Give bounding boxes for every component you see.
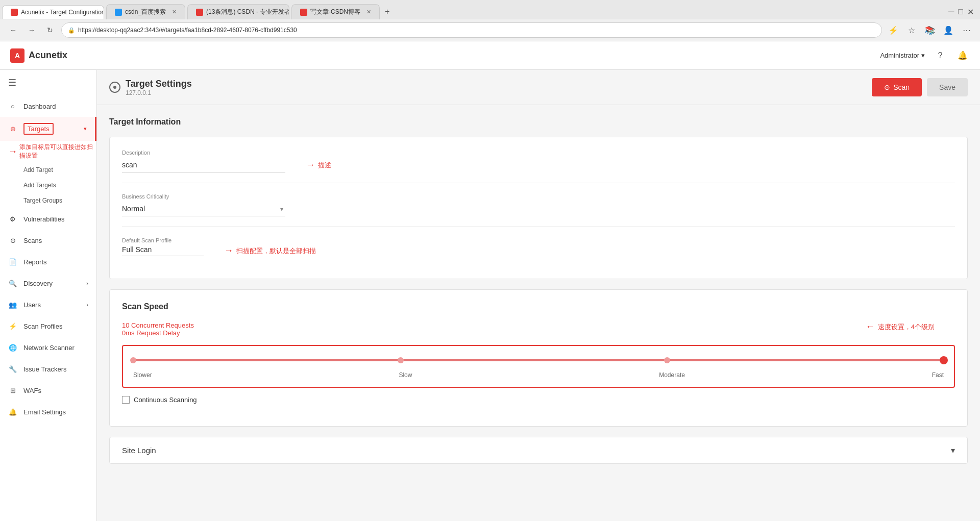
maximize-button[interactable]: □ [958, 7, 963, 16]
speed-annotation-text: 速度设置，4个级别 [878, 322, 935, 332]
scan-speed-card: Scan Speed 10 Concurrent Requests 0ms Re… [109, 289, 968, 427]
sidebar-label-scan-profiles: Scan Profiles [23, 322, 63, 330]
content-area: Target Information Description → 描述 [97, 105, 980, 476]
scan-icon: ⊙ [8, 236, 17, 245]
scan-profile-label: Default Scan Profile [122, 237, 955, 243]
site-login-section[interactable]: Site Login ▾ [109, 437, 968, 464]
label-moderate: Moderate [659, 371, 685, 379]
sidebar-item-issue-trackers[interactable]: 🔧 Issue Trackers [0, 358, 96, 380]
forward-button[interactable]: → [24, 23, 39, 37]
sidebar-item-discovery[interactable]: 🔍 Discovery › [0, 272, 96, 294]
tab-acunetix[interactable]: Acunetix - Target Configuration ✕ [2, 5, 104, 19]
vulnerabilities-icon: ⚙ [8, 214, 17, 224]
tab-close-csdn[interactable]: ✕ [172, 9, 177, 15]
scan-button[interactable]: ⊙ Scan [872, 78, 922, 96]
app-logo: A Acunetix [10, 48, 67, 63]
tab-label-csdn: csdn_百度搜索 [125, 8, 166, 16]
sidebar-label-scans: Scans [23, 237, 42, 244]
slider-dot-2 [664, 357, 670, 363]
sidebar-label-wafs: WAFs [23, 387, 41, 394]
sidebar-item-targets[interactable]: ⊕ Targets ▾ [0, 117, 96, 141]
site-login-toggle-icon[interactable]: ▾ [951, 445, 955, 455]
sidebar-item-users[interactable]: 👥 Users › [0, 294, 96, 315]
tab-close-csdn3[interactable]: ✕ [366, 9, 371, 15]
sidebar-item-vulnerabilities[interactable]: ⚙ Vulnerabilities [0, 208, 96, 230]
address-text: https://desktop-qq2aac2:3443/#/targets/f… [78, 27, 875, 34]
annotation-arrow-right: → [8, 146, 17, 157]
continuous-scanning-label: Continuous Scanning [134, 396, 197, 404]
description-input[interactable] [122, 158, 285, 172]
main-content: Target Settings 127.0.0.1 ⊙ Scan Save Ta… [97, 70, 980, 521]
users-chevron: › [86, 302, 88, 308]
page-title-area: Target Settings 127.0.0.1 [109, 79, 192, 96]
app-topbar: A Acunetix Administrator ▾ ? 🔔 [0, 41, 980, 70]
page-header: Target Settings 127.0.0.1 ⊙ Scan Save [97, 70, 980, 105]
sidebar-item-email-settings[interactable]: 🔔 Email Settings [0, 401, 96, 423]
continuous-scanning-checkbox[interactable] [122, 396, 130, 404]
tab-csdn3[interactable]: 写文章-CSDN博客 ✕ [291, 4, 380, 19]
annotation-text-targets: 添加目标后可以直接进如扫描设置 [19, 143, 96, 160]
browser-controls: ← → ↻ 🔒 https://desktop-qq2aac2:3443/#/t… [0, 19, 980, 41]
scan-profile-annotation: → 扫描配置，默认是全部扫描 [224, 245, 316, 256]
favorites-button[interactable]: ☆ [904, 23, 919, 37]
help-icon[interactable]: ? [933, 48, 947, 63]
description-group: Description → 描述 [122, 150, 955, 172]
sidebar-label-issue-trackers: Issue Trackers [23, 365, 67, 373]
sidebar-label-vulnerabilities: Vulnerabilities [23, 215, 64, 223]
translate-button[interactable]: ⚡ [886, 23, 900, 37]
slider-track [133, 359, 944, 361]
address-bar[interactable]: 🔒 https://desktop-qq2aac2:3443/#/targets… [61, 22, 882, 38]
profile-button[interactable]: 👤 [941, 23, 955, 37]
new-tab-button[interactable]: + [380, 4, 395, 19]
browser-right: ⚡ ☆ 📚 👤 ⋯ [886, 23, 974, 37]
page-subtitle: 127.0.0.1 [126, 89, 192, 96]
sidebar-item-network-scanner[interactable]: 🌐 Network Scanner [0, 337, 96, 358]
business-criticality-wrapper: Low Normal High Critical ▾ [122, 202, 285, 216]
sidebar-toggle[interactable]: ☰ [0, 70, 96, 95]
business-criticality-label: Business Criticality [122, 193, 955, 200]
user-chevron: ▾ [921, 52, 925, 59]
waf-icon: ⊞ [8, 386, 17, 395]
sidebar-sub-add-targets[interactable]: Add Targets [23, 178, 96, 193]
business-criticality-select[interactable]: Low Normal High Critical [122, 202, 285, 216]
sidebar-sub-add-target[interactable]: Add Target [23, 162, 96, 178]
arrow-right-desc: → [306, 160, 315, 170]
page-title: Target Settings [126, 79, 192, 89]
user-menu[interactable]: Administrator ▾ [880, 52, 925, 59]
save-button[interactable]: Save [927, 78, 968, 96]
scan-speed-title: Scan Speed [122, 302, 955, 311]
sidebar-item-scans[interactable]: ⊙ Scans [0, 230, 96, 251]
lock-icon: 🔒 [68, 27, 75, 34]
back-button[interactable]: ← [6, 23, 20, 37]
sidebar-sub-target-groups[interactable]: Target Groups [23, 193, 96, 208]
sidebar: ☰ ○ Dashboard ⊕ Targets ▾ → 添加目标后可以直接进如扫… [0, 70, 97, 521]
tab-label-acunetix: Acunetix - Target Configuration [21, 9, 104, 16]
target-info-card: Description → 描述 Business Criticality [109, 137, 968, 279]
browser-chrome: Acunetix - Target Configuration ✕ csdn_百… [0, 0, 980, 41]
collections-button[interactable]: 📚 [923, 23, 937, 37]
notifications-icon[interactable]: 🔔 [955, 48, 970, 63]
more-button[interactable]: ⋯ [960, 23, 974, 37]
sidebar-label-discovery: Discovery [23, 280, 53, 287]
arrow-left-speed: ← [866, 321, 875, 332]
refresh-button[interactable]: ↻ [43, 23, 57, 37]
targets-section: ⊕ Targets ▾ → 添加目标后可以直接进如扫描设置 Add Target… [0, 117, 96, 208]
header-actions: ⊙ Scan Save [872, 78, 968, 96]
issue-icon: 🔧 [8, 364, 17, 374]
sidebar-label-email-settings: Email Settings [23, 408, 66, 416]
continuous-scanning-wrapper[interactable]: Continuous Scanning [122, 396, 955, 404]
sidebar-item-scan-profiles[interactable]: ⚡ Scan Profiles [0, 315, 96, 337]
slider-dot-3[interactable] [940, 356, 948, 364]
sidebar-sub-targets: Add Target Add Targets Target Groups [0, 162, 96, 208]
sidebar-item-dashboard[interactable]: ○ Dashboard [0, 95, 96, 117]
tab-csdn[interactable]: csdn_百度搜索 ✕ [106, 4, 185, 19]
minimize-button[interactable]: ─ [948, 7, 954, 16]
sidebar-item-reports[interactable]: 📄 Reports [0, 251, 96, 272]
scan-profile-value: Full Scan [122, 245, 204, 256]
sidebar-item-wafs[interactable]: ⊞ WAFs [0, 380, 96, 401]
slider-dot-1 [398, 357, 404, 363]
close-window-button[interactable]: ✕ [967, 7, 974, 17]
tab-csdn2[interactable]: (13条消息) CSDN - 专业开发者社... ✕ [187, 4, 289, 19]
divider-1 [122, 183, 955, 183]
divider-2 [122, 227, 955, 227]
